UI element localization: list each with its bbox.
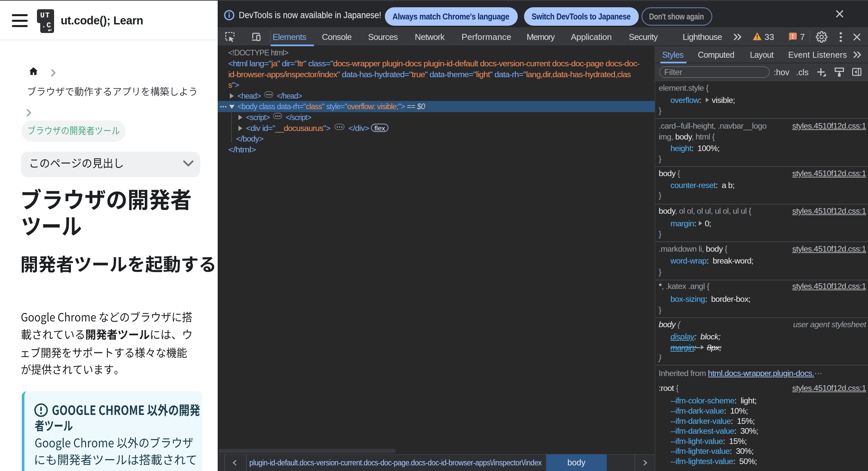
svg-text:UT: UT — [40, 11, 50, 20]
svg-text:.C: .C — [41, 22, 52, 30]
